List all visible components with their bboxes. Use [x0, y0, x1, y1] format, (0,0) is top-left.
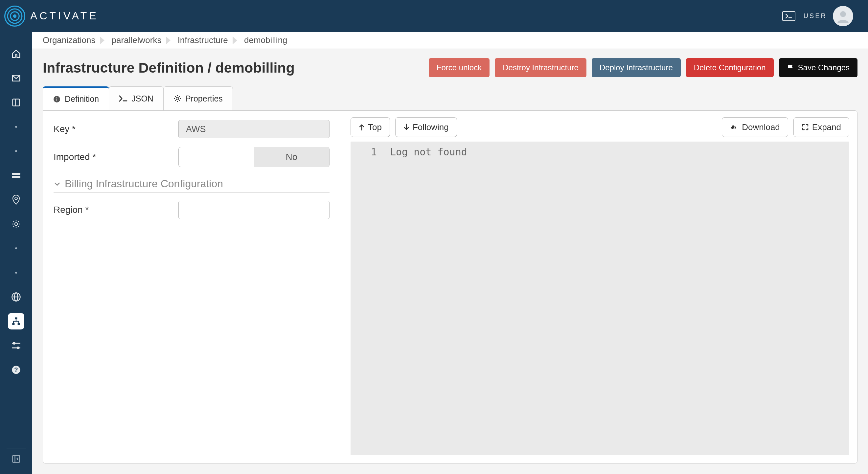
deploy-infrastructure-button[interactable]: Deploy Infrastructure	[592, 58, 681, 77]
home-icon	[11, 49, 21, 59]
sidebar-item-dot-3[interactable]	[8, 240, 24, 257]
region-label: Region *	[54, 204, 178, 215]
chevron-down-icon	[54, 180, 61, 188]
globe-icon	[11, 292, 21, 302]
svg-point-11	[15, 223, 18, 225]
save-changes-button[interactable]: Save Changes	[779, 58, 858, 77]
breadcrumb: Organizations parallelworks Infrastructu…	[32, 32, 868, 49]
gear-icon	[11, 219, 21, 229]
terminal-button[interactable]	[782, 11, 796, 21]
delete-configuration-button[interactable]: Delete Configuration	[686, 58, 774, 77]
sidebar-item-storage[interactable]	[8, 167, 24, 184]
sidebar-item-home[interactable]	[8, 46, 24, 62]
avatar-icon	[836, 9, 850, 23]
terminal-prompt-icon	[119, 95, 127, 102]
svg-rect-15	[15, 317, 18, 319]
svg-point-3	[13, 14, 17, 18]
inbox-icon	[11, 74, 21, 83]
imported-toggle[interactable]: No	[178, 147, 330, 167]
content: Organizations parallelworks Infrastructu…	[32, 32, 868, 474]
logo-icon	[4, 5, 26, 27]
log-line-text: Log not found	[390, 146, 849, 158]
avatar[interactable]	[833, 6, 853, 26]
brand-text: ACTIVATE	[30, 10, 99, 22]
crumb-demobilling[interactable]: demobilling	[244, 35, 287, 45]
destroy-infrastructure-button[interactable]: Destroy Infrastructure	[495, 58, 586, 77]
sidebar-item-dot-1[interactable]	[8, 119, 24, 135]
sidebar-item-globe[interactable]	[8, 289, 24, 305]
info-icon	[53, 95, 61, 103]
svg-point-10	[15, 197, 18, 200]
tab-json[interactable]: JSON	[109, 86, 164, 110]
svg-text:?: ?	[14, 366, 18, 373]
sidebar-divider	[7, 448, 26, 448]
sidebar-item-inbox[interactable]	[8, 70, 24, 86]
help-icon: ?	[11, 365, 21, 375]
panel: Key * Imported * No Billing Infrastructu…	[43, 110, 858, 464]
storage-icon	[11, 172, 21, 179]
location-icon	[12, 194, 20, 205]
key-input[interactable]	[178, 120, 330, 138]
svg-point-5	[840, 11, 846, 17]
imported-no[interactable]: No	[254, 147, 329, 167]
imported-label: Imported *	[54, 152, 178, 162]
svg-rect-16	[12, 323, 14, 325]
region-input[interactable]	[178, 201, 330, 219]
cloud-download-icon	[730, 124, 739, 131]
sidebar-item-dot-2[interactable]	[8, 143, 24, 159]
log-line-number: 1	[350, 146, 390, 158]
section-billing-header[interactable]: Billing Infrastructure Configuration	[54, 176, 330, 193]
log-pane: Top Following Download Expand	[345, 111, 857, 463]
force-unlock-button[interactable]: Force unlock	[429, 58, 490, 77]
sitemap-icon	[11, 317, 21, 326]
page-header: Infrastructure Definition / demobilling …	[32, 49, 868, 77]
tab-properties[interactable]: Properties	[163, 86, 233, 110]
terminal-icon	[785, 13, 793, 19]
svg-point-30	[176, 97, 179, 100]
sidebar-item-settings[interactable]	[8, 337, 24, 354]
user-label: USER	[803, 12, 827, 20]
svg-point-19	[13, 342, 16, 345]
sidebar-item-panel[interactable]	[8, 94, 24, 111]
expand-icon	[802, 124, 809, 131]
log-view[interactable]: 1 Log not found	[350, 141, 849, 455]
arrow-up-icon	[359, 124, 365, 131]
svg-rect-24	[13, 455, 20, 463]
brand: ACTIVATE	[4, 5, 99, 27]
log-top-button[interactable]: Top	[350, 117, 390, 137]
panel-icon	[11, 98, 21, 107]
crumb-parallelworks[interactable]: parallelworks	[112, 35, 162, 45]
svg-rect-6	[13, 99, 20, 106]
sidebar-item-infrastructure[interactable]	[8, 313, 24, 329]
crumb-organizations[interactable]: Organizations	[43, 35, 95, 45]
tab-definition[interactable]: Definition	[43, 86, 109, 110]
svg-rect-28	[57, 97, 57, 98]
sliders-icon	[11, 341, 21, 350]
svg-rect-8	[12, 173, 20, 175]
action-row: Force unlock Destroy Infrastructure Depl…	[429, 58, 858, 77]
imported-yes[interactable]	[179, 147, 254, 167]
sidebar-item-gear[interactable]	[8, 216, 24, 232]
log-line: 1 Log not found	[350, 146, 849, 158]
sidebar-item-collapse[interactable]	[8, 454, 24, 470]
topbar: ACTIVATE USER	[0, 0, 868, 32]
svg-point-21	[17, 347, 20, 349]
log-controls: Top Following Download Expand	[350, 117, 849, 137]
arrow-down-icon	[403, 124, 409, 131]
sidebar-item-dot-4[interactable]	[8, 264, 24, 281]
svg-rect-27	[57, 99, 57, 101]
collapse-icon	[11, 454, 21, 464]
cog-icon	[174, 95, 181, 102]
sidebar-item-help[interactable]: ?	[8, 362, 24, 378]
svg-rect-17	[18, 323, 20, 325]
form-pane: Key * Imported * No Billing Infrastructu…	[43, 111, 345, 463]
section-billing-title: Billing Infrastructure Configuration	[65, 178, 223, 190]
log-following-button[interactable]: Following	[395, 117, 457, 137]
log-expand-button[interactable]: Expand	[794, 117, 849, 137]
flag-icon	[787, 64, 795, 72]
tabs: Definition JSON Properties	[32, 77, 868, 110]
crumb-infrastructure[interactable]: Infrastructure	[178, 35, 228, 45]
page-title: Infrastructure Definition / demobilling	[43, 60, 429, 76]
log-download-button[interactable]: Download	[722, 117, 788, 137]
sidebar-item-location[interactable]	[8, 191, 24, 208]
